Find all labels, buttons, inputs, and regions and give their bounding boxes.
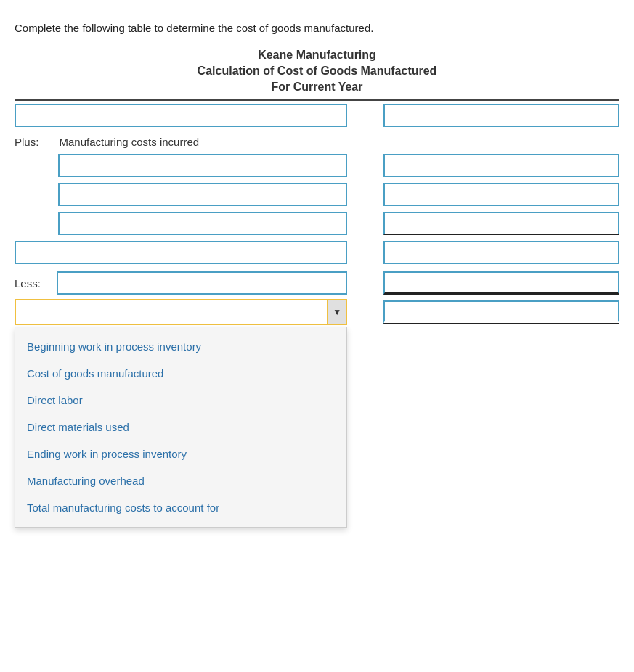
plus-header-row: Plus: Manufacturing costs incurred: [15, 130, 619, 151]
less-label: Less:: [15, 277, 41, 290]
row1-label-input[interactable]: [15, 104, 347, 127]
dropdown-item[interactable]: Ending work in process inventory: [15, 441, 346, 467]
row3-label-input[interactable]: [58, 183, 347, 206]
table-row: [15, 100, 619, 130]
dropdown-item[interactable]: Direct labor: [15, 387, 346, 414]
dropdown-container[interactable]: Beginning work in process inventoryCost …: [15, 299, 347, 325]
table-row: [15, 209, 619, 238]
main-table: Plus: Manufacturing costs incurred: [15, 99, 619, 328]
manufacturing-costs-label: Manufacturing costs incurred: [60, 136, 200, 148]
row7-dropdown[interactable]: Beginning work in process inventoryCost …: [15, 299, 347, 325]
dropdown-open-list[interactable]: Beginning work in process inventoryCost …: [15, 327, 347, 528]
row4-label-input[interactable]: [58, 212, 347, 235]
row5-label-input[interactable]: [15, 241, 347, 264]
row6-label-input[interactable]: [57, 271, 347, 295]
dropdown-item[interactable]: Total manufacturing costs to account for: [15, 494, 346, 521]
dropdown-row: Beginning work in process inventoryCost …: [15, 296, 619, 328]
row6-amount-input[interactable]: [383, 271, 619, 295]
table-row: [15, 151, 619, 180]
intro-text: Complete the following table to determin…: [15, 22, 619, 34]
table-period: For Current Year: [15, 81, 619, 94]
plus-label: Plus:: [15, 136, 38, 148]
row2-amount-input[interactable]: [383, 154, 619, 177]
row5-amount-input[interactable]: [383, 241, 619, 264]
table-row: [15, 238, 619, 267]
less-header-row: Less:: [15, 267, 619, 296]
table-row: [15, 180, 619, 209]
table-title: Calculation of Cost of Goods Manufacture…: [15, 65, 619, 78]
dropdown-item[interactable]: Beginning work in process inventory: [15, 333, 346, 360]
row4-amount-input[interactable]: [383, 212, 619, 235]
row7-amount-input[interactable]: [383, 300, 619, 324]
company-name: Keane Manufacturing: [15, 49, 619, 62]
dropdown-item[interactable]: Direct materials used: [15, 414, 346, 441]
row1-amount-input[interactable]: [383, 104, 619, 127]
dropdown-item[interactable]: Manufacturing overhead: [15, 467, 346, 494]
row3-amount-input[interactable]: [383, 183, 619, 206]
dropdown-item[interactable]: Cost of goods manufactured: [15, 360, 346, 387]
row2-label-input[interactable]: [58, 154, 347, 177]
